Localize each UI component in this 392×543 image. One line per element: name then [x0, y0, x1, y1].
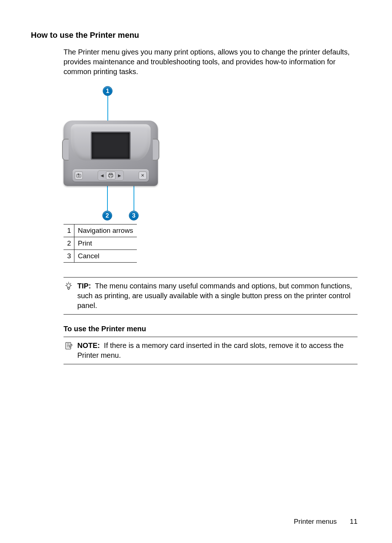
tip-body: The menu contains many useful commands a…	[77, 282, 352, 309]
tip-label: TIP:	[77, 282, 91, 290]
legend-label: Print	[74, 237, 137, 250]
printer-handle-right	[153, 139, 159, 161]
table-row: 3 Cancel	[64, 250, 137, 263]
svg-line-11	[70, 283, 71, 284]
printer-screen	[91, 131, 131, 160]
svg-rect-5	[110, 176, 112, 178]
callout-badge-3: 3	[129, 211, 139, 220]
intro-paragraph: The Printer menu gives you many print op…	[64, 47, 358, 77]
printer-handle-left	[62, 139, 69, 161]
tip-box: TIP: The menu contains many useful comma…	[64, 277, 358, 315]
footer-page-number: 11	[350, 518, 358, 526]
legend-num: 2	[64, 237, 74, 250]
cancel-button-icon: ✕	[139, 171, 147, 179]
section-heading: How to use the Printer menu	[31, 31, 358, 40]
table-row: 1 Navigation arrows	[64, 224, 137, 237]
legend-label: Navigation arrows	[74, 224, 137, 237]
printer-body: ◀ ▶ ✕	[64, 121, 158, 186]
photo-button-icon	[75, 171, 83, 179]
callout-badge-1: 1	[103, 86, 113, 96]
table-row: 2 Print	[64, 237, 137, 250]
note-box: NOTE: If there is a memory card inserted…	[64, 337, 358, 364]
right-arrow-icon: ▶	[116, 172, 123, 179]
callout-badge-2: 2	[102, 211, 112, 220]
print-button-icon	[106, 171, 115, 179]
control-bar: ◀ ▶ ✕	[73, 169, 149, 182]
printer-diagram: 1 2 3 ◀ ▶ ✕	[64, 86, 158, 220]
svg-rect-0	[77, 174, 81, 177]
footer-section: Printer menus	[294, 518, 337, 526]
tip-icon	[64, 281, 74, 291]
legend-table: 1 Navigation arrows 2 Print 3 Cancel	[64, 224, 137, 263]
note-label: NOTE:	[77, 341, 100, 349]
svg-line-10	[66, 283, 67, 284]
svg-rect-12	[68, 287, 70, 289]
note-text: NOTE: If there is a memory card inserted…	[64, 341, 358, 360]
note-body: If there is a memory card inserted in th…	[77, 341, 344, 359]
left-arrow-icon: ◀	[99, 172, 105, 179]
navigation-cluster: ◀ ▶	[98, 170, 124, 181]
tip-text: TIP: The menu contains many useful comma…	[64, 281, 358, 311]
svg-point-1	[78, 175, 79, 177]
legend-num: 3	[64, 250, 74, 263]
legend-label: Cancel	[74, 250, 137, 263]
legend-num: 1	[64, 224, 74, 237]
svg-point-6	[67, 284, 70, 287]
page-footer: Printer menus 11	[294, 518, 358, 526]
note-icon	[64, 341, 74, 351]
subheading: To use the Printer menu	[64, 325, 358, 333]
svg-rect-2	[78, 174, 79, 175]
printer-lid	[71, 124, 151, 161]
